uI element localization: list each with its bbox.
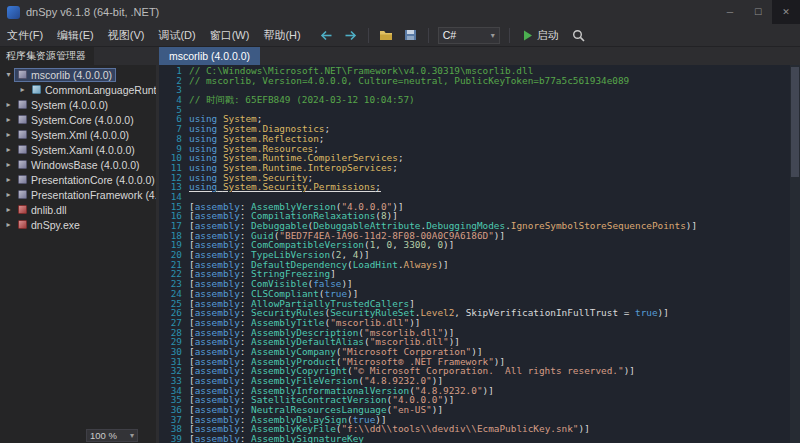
chevron-collapsed-icon[interactable]: ▸ [3,130,14,139]
menu-item-5[interactable]: 帮助(H) [256,24,307,46]
vertical-scrollbar[interactable] [790,65,800,443]
tree-item-label: System.Core (4.0.0.0) [31,114,134,126]
code-token: )] [624,365,635,376]
code-token: )] [432,404,443,415]
play-icon [523,30,533,41]
open-file-icon[interactable] [378,27,395,44]
line-number: 7 [159,124,189,134]
code-token: : [240,433,251,443]
zoom-selector[interactable]: 100 % ▾ [86,429,138,442]
code-token: IgnoreSymbolStoreSequencePoints [511,220,686,231]
code-line[interactable]: 13using System.Security.Permissions; [159,182,800,192]
assembly-icon [18,160,27,169]
chevron-collapsed-icon[interactable]: ▸ [3,220,14,229]
tree-item[interactable]: ▾mscorlib (4.0.0.0) [0,67,156,82]
tree-item-label: mscorlib (4.0.0.0) [31,69,112,81]
tree-item-core[interactable]: System.Xaml (4.0.0.0) [14,143,139,157]
code-text: // mscorlib, Version=4.0.0.0, Culture=ne… [189,76,629,86]
search-icon[interactable] [570,27,587,44]
maximize-button[interactable]: ☐ [744,0,772,24]
toolbar-separator [509,28,510,43]
close-button[interactable]: ✕ [772,0,800,24]
code-token: using [189,181,217,192]
language-selector[interactable]: C# ▾ [438,27,500,44]
code-token: Level2 [420,307,454,318]
tree-item-core[interactable]: dnSpy.exe [14,218,84,232]
assembly-explorer-title[interactable]: 程序集资源管理器 [0,47,94,65]
dnspy-logo-icon [7,6,20,19]
tree-item[interactable]: ▸dnlib.dll [0,202,156,217]
code-token: )] [658,307,669,318]
code-line[interactable]: 39[assembly: AssemblySignatureKey [159,434,800,443]
code-token: assembly [195,433,240,443]
save-all-icon[interactable] [402,27,419,44]
tree-item-core[interactable]: CommonLanguageRuntimeLibrary [28,83,156,97]
assembly-icon [18,145,27,154]
tree-item[interactable]: ▸PresentationFramework (4.0.0.0) [0,187,156,202]
menu-item-1[interactable]: 编辑(E) [50,24,101,46]
tree-item[interactable]: ▸PresentationCore (4.0.0.0) [0,172,156,187]
code-token: AssemblySignatureKey [251,433,364,443]
code-token: ; [319,133,325,144]
line-number: 2 [159,76,189,86]
main-content: 程序集资源管理器 ▾mscorlib (4.0.0.0)▸CommonLangu… [0,47,800,443]
nav-forward-icon[interactable] [342,27,359,44]
line-number: 5 [159,105,189,115]
tree-item-core[interactable]: mscorlib (4.0.0.0) [14,68,116,82]
code-token: )] [686,220,697,231]
tree-item[interactable]: ▸System.Xml (4.0.0.0) [0,127,156,142]
tree-item-core[interactable]: System.Xml (4.0.0.0) [14,128,133,142]
line-number: 6 [159,114,189,124]
tree-item[interactable]: ▸System.Xaml (4.0.0.0) [0,142,156,157]
menu-item-4[interactable]: 窗口(W) [203,24,257,46]
tree-item-core[interactable]: PresentationFramework (4.0.0.0) [14,188,156,202]
scrollbar-thumb[interactable] [791,67,799,177]
tree-item[interactable]: ▸System.Core (4.0.0.0) [0,112,156,127]
line-number: 4 [159,95,189,105]
code-token: 3300 [404,239,427,250]
tree-item-core[interactable]: PresentationCore (4.0.0.0) [14,173,156,187]
code-token: true [635,307,658,318]
tree-item[interactable]: ▸System (4.0.0.0) [0,97,156,112]
code-token: // mscorlib, Version=4.0.0.0, Culture=ne… [189,75,629,86]
tree-item-label: System.Xaml (4.0.0.0) [31,144,135,156]
minimize-button[interactable]: ─ [716,0,744,24]
chevron-collapsed-icon[interactable]: ▸ [3,145,14,154]
code-token: ; [392,162,398,173]
chevron-expanded-icon[interactable]: ▾ [3,70,14,79]
chevron-collapsed-icon[interactable]: ▸ [17,85,28,94]
tree-item-core[interactable]: dnlib.dll [14,203,71,217]
menu-item-0[interactable]: 文件(F) [0,24,50,46]
chevron-collapsed-icon[interactable]: ▸ [3,100,14,109]
tree-item[interactable]: ▸WindowsBase (4.0.0.0) [0,157,156,172]
menu-bar: 文件(F)编辑(E)视图(V)调试(D)窗口(W)帮助(H) C# ▾ [0,24,800,47]
tree-item-label: PresentationFramework (4.0.0.0) [31,189,156,201]
chevron-collapsed-icon[interactable]: ▸ [3,205,14,214]
tree-item-core[interactable]: WindowsBase (4.0.0.0) [14,158,144,172]
chevron-collapsed-icon[interactable]: ▸ [3,175,14,184]
chevron-collapsed-icon[interactable]: ▸ [3,160,14,169]
code-token: ; [398,152,404,163]
nav-back-icon[interactable] [318,27,335,44]
code-token: // 时间戳: 65EFB849 (2024-03-12 10:04:57) [189,94,415,105]
assembly-icon [18,100,27,109]
menu-item-3[interactable]: 调试(D) [151,24,202,46]
code-editor[interactable]: 1// C:\Windows\Microsoft.NET\Framework\v… [159,65,800,443]
code-line[interactable]: 2// mscorlib, Version=4.0.0.0, Culture=n… [159,76,800,86]
tree-item[interactable]: ▸CommonLanguageRuntimeLibrary [0,82,156,97]
tree-item-core[interactable]: System (4.0.0.0) [14,98,112,112]
module-icon [32,85,41,94]
menu-item-2[interactable]: 视图(V) [101,24,152,46]
assembly-explorer-header: 程序集资源管理器 [0,47,156,65]
tab-mscorlib[interactable]: mscorlib (4.0.0.0) [159,47,260,65]
tree-item-core[interactable]: System.Core (4.0.0.0) [14,113,138,127]
code-line[interactable]: 4// 时间戳: 65EFB849 (2024-03-12 10:04:57) [159,95,800,105]
assembly-red-icon [18,205,27,214]
start-debug-button[interactable]: 启动 [519,28,563,43]
chevron-collapsed-icon[interactable]: ▸ [3,115,14,124]
code-token: , [426,239,437,250]
assembly-icon [18,175,27,184]
chevron-collapsed-icon[interactable]: ▸ [3,190,14,199]
tree-item[interactable]: ▸dnSpy.exe [0,217,156,232]
toolbar-separator [428,28,429,43]
